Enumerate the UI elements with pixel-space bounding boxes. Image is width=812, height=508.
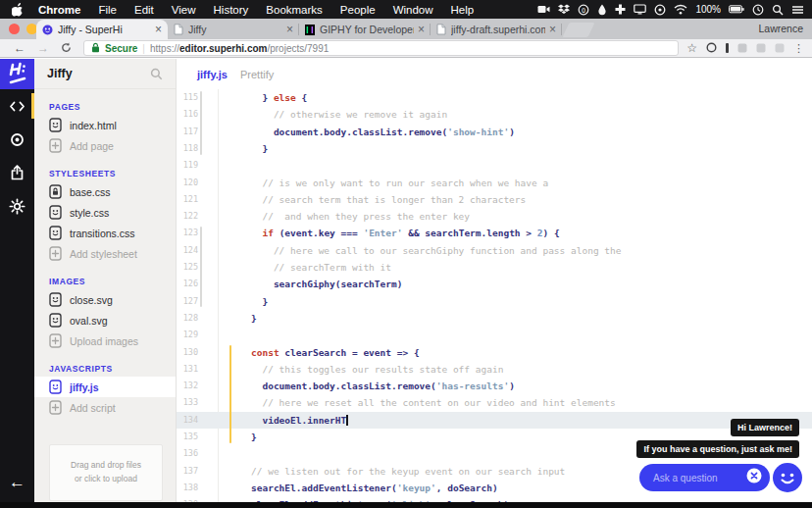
camera-icon[interactable] [537,4,550,15]
code-line[interactable]: 119 [177,157,812,174]
extension-icon[interactable] [756,39,766,57]
battery-percent[interactable]: 100% [695,4,721,15]
chat-input[interactable]: Ask a question [639,464,770,491]
sidebar-item-oval-svg[interactable]: oval.svg [34,310,176,330]
menu-history[interactable]: History [205,4,258,16]
sidebar-item-style-css[interactable]: style.css [34,202,176,223]
health-plus-icon[interactable] [615,4,626,15]
record-circle-icon[interactable] [654,4,666,16]
reload-button[interactable] [55,42,77,55]
app-menus: ChromeFileEditViewHistoryBookmarksPeople… [29,4,482,16]
line-number: 123 [177,225,198,241]
drag-drop-upload[interactable]: Drag and drop files or click to upload [49,444,163,501]
code-line[interactable]: 133 // here we reset all the content on … [177,394,812,411]
chat-smiley-button[interactable] [773,463,802,492]
code-line[interactable]: 118 } [177,140,812,157]
line-number: 124 [177,242,198,259]
clock-icon[interactable] [752,4,764,16]
code-line[interactable]: 130const clearSearch = event => { [177,344,812,361]
left-rail: ← [0,59,34,508]
browser-tab[interactable]: Jiffy× [168,20,299,39]
line-number: 117 [177,124,198,140]
menu-lines-icon[interactable] [791,5,804,15]
browser-tab[interactable]: jiffy-draft.superhi.com/jiffy.js× [431,20,562,39]
back-arrow-button[interactable]: ← [0,473,34,492]
chrome-profile-name[interactable]: Lawrence [758,23,803,34]
tab-close-icon[interactable]: × [414,23,425,36]
code-line[interactable]: 127 } [177,293,812,310]
extension-icon[interactable] [775,39,785,57]
sidebar-item-add-script[interactable]: Add script [34,397,176,418]
tab-close-icon[interactable]: × [545,23,556,36]
tab-close-icon[interactable]: × [151,23,162,36]
code-line[interactable]: 121 // search term that is longer than 2… [177,191,812,208]
sidebar-item-index-html[interactable]: index.html [34,115,176,135]
code-text: } else { [251,89,307,106]
bookmark-star-icon[interactable]: ☆ [686,42,697,54]
code-line[interactable]: 117 document.body.classList.remove('show… [177,124,812,140]
menu-bookmarks[interactable]: Bookmarks [257,4,331,16]
sidebar-item-base-css[interactable]: base.css [34,181,176,202]
dropbox-icon[interactable] [558,4,570,16]
code-line[interactable]: 125 // searchTerm with it [177,259,812,276]
prettify-button[interactable]: Prettify [240,69,274,80]
sidebar-item-close-svg[interactable]: close.svg [34,289,176,310]
menu-people[interactable]: People [331,4,384,16]
superhi-logo[interactable] [0,59,34,89]
code-line[interactable]: 128} [177,310,812,327]
sidebar-item-transitions-css[interactable]: transitions.css [34,223,176,243]
back-button[interactable]: ← [8,42,31,54]
menu-chrome[interactable]: Chrome [29,4,89,16]
code-view-button[interactable] [0,89,34,123]
code-line[interactable]: 123 if (event.key === 'Enter' && searchT… [177,225,812,241]
chrome-menu-icon[interactable]: ⋮ [793,43,804,54]
code-line[interactable]: 116 // otherwise we remove it again [177,106,812,123]
code-line[interactable]: 129 [177,327,812,343]
address-bar[interactable]: Secure | https://editor.superhi.com/proj… [83,40,679,56]
file-sidebar: Jiffy PAGESindex.htmlAdd pageSTYLESHEETS… [34,59,177,508]
extension-circle-icon[interactable] [706,39,717,57]
code-line[interactable]: 132 document.body.classList.remove('has-… [177,378,812,394]
extension-icon[interactable] [737,39,747,57]
code-text: // searchTerm with it [251,259,391,276]
menu-view[interactable]: View [163,4,205,16]
file-name: Add page [70,140,114,152]
zero-circle-icon[interactable]: 0 [578,4,589,16]
sidebar-item-add-stylesheet[interactable]: Add stylesheet [34,243,176,264]
menu-help[interactable]: Help [442,4,483,16]
close-window-button[interactable] [9,24,20,34]
code-line[interactable]: 120 // is we only want to run our search… [177,175,812,191]
tab-close-icon[interactable]: × [282,23,293,36]
code-line[interactable]: 134 videoEl.innerHT [177,412,812,429]
menu-file[interactable]: File [89,4,126,16]
line-number: 132 [177,378,198,394]
wifi-icon[interactable] [674,4,687,15]
code-line[interactable]: 122 // and when they press the enter key [177,208,812,225]
extension-bar-icon[interactable] [726,43,729,53]
browser-tab[interactable]: Jiffy - SuperHi× [36,20,168,39]
search-icon[interactable] [150,68,163,80]
settings-gear-button[interactable] [0,189,34,223]
code-line[interactable]: 131 // this toggles our results state of… [177,361,812,378]
file-name: transitions.css [70,228,135,239]
code-line[interactable]: 126 searchGiphy(searchTerm) [177,276,812,292]
droplet-icon[interactable] [597,4,607,16]
browser-tab[interactable]: GIPHY for Developers | API Ex× [299,20,431,39]
display-icon[interactable] [634,4,646,15]
code-line[interactable]: 124 // here we call to our searchGiphy f… [177,242,812,259]
preview-eye-button[interactable] [0,123,34,156]
menu-window[interactable]: Window [384,4,442,16]
sidebar-item-jiffy-js[interactable]: jiffy.js [34,377,176,397]
apple-icon[interactable] [8,3,29,17]
share-upload-button[interactable] [0,156,34,189]
battery-icon[interactable] [729,5,744,14]
editor-header: jiffy.js Prettify [177,59,812,89]
line-number: 122 [177,208,198,225]
menu-edit[interactable]: Edit [126,4,163,16]
sidebar-item-add-page[interactable]: Add page [34,135,176,156]
code-line[interactable]: 115 } else { [177,89,812,106]
search-icon[interactable] [772,4,784,16]
chat-close-icon[interactable] [746,468,762,487]
new-tab-button[interactable] [563,23,595,37]
sidebar-item-upload-images[interactable]: Upload images [34,330,176,351]
